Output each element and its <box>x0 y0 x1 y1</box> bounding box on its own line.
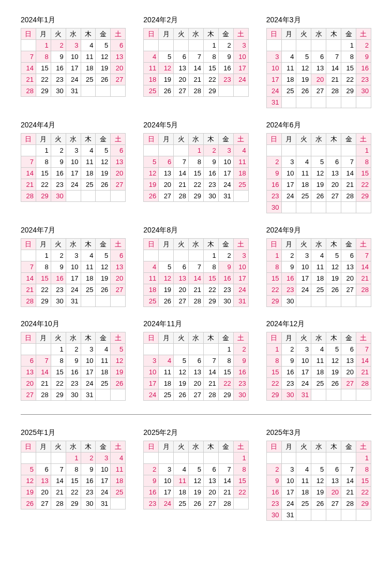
day-cell: 9 <box>356 51 371 63</box>
day-cell: 10 <box>81 355 96 367</box>
day-cell: 19 <box>326 367 341 378</box>
day-cell: 19 <box>144 179 159 191</box>
day-cell: 9 <box>51 261 66 273</box>
month-title: 2024年1月 <box>21 16 126 25</box>
day-cell: 11 <box>81 261 96 273</box>
day-cell: 24 <box>233 284 248 296</box>
day-cell: 5 <box>311 464 326 475</box>
day-cell: 20 <box>21 378 36 389</box>
day-cell <box>341 453 356 464</box>
day-cell: 5 <box>144 156 159 168</box>
dow-header: 木 <box>81 28 96 40</box>
dow-header: 水 <box>66 239 81 250</box>
day-cell <box>266 453 281 464</box>
day-cell <box>281 40 296 51</box>
dow-header: 水 <box>189 28 204 40</box>
day-cell <box>81 191 96 202</box>
day-cell: 19 <box>111 367 126 378</box>
day-cell: 23 <box>266 498 281 509</box>
dow-header: 土 <box>356 134 371 145</box>
day-cell: 8 <box>36 156 51 168</box>
day-cell: 17 <box>233 273 248 284</box>
day-cell <box>21 250 36 261</box>
day-cell: 7 <box>189 261 204 273</box>
day-cell: 17 <box>296 367 311 378</box>
day-cell: 28 <box>189 296 204 307</box>
day-cell: 22 <box>66 487 81 498</box>
day-cell: 4 <box>296 156 311 168</box>
day-cell: 19 <box>96 168 111 179</box>
day-cell: 9 <box>266 475 281 487</box>
day-cell: 4 <box>281 51 296 63</box>
day-cell: 12 <box>159 273 174 284</box>
day-cell <box>311 40 326 51</box>
dow-header: 土 <box>111 134 126 145</box>
day-cell: 30 <box>51 191 66 202</box>
month-title: 2024年8月 <box>143 226 248 235</box>
day-cell: 1 <box>36 250 51 261</box>
day-cell: 18 <box>81 63 96 74</box>
dow-header: 木 <box>203 28 218 40</box>
day-cell: 4 <box>111 453 126 464</box>
day-cell: 1 <box>356 453 371 464</box>
dow-header: 月 <box>281 28 296 40</box>
day-cell <box>36 453 51 464</box>
day-cell: 12 <box>96 51 111 63</box>
day-cell: 20 <box>326 487 341 498</box>
day-cell: 25 <box>311 284 326 296</box>
month-block: 2024年11月日月火水木金土1234567891011121314151617… <box>143 319 248 401</box>
day-cell: 7 <box>21 261 36 273</box>
dow-header: 土 <box>233 239 248 250</box>
day-cell: 15 <box>218 367 233 378</box>
dow-header: 木 <box>203 332 218 344</box>
day-cell <box>189 344 204 355</box>
day-cell: 8 <box>203 261 218 273</box>
month-block: 2024年10月日月火水木金土1234567891011121314151617… <box>21 319 126 401</box>
day-cell <box>174 250 189 261</box>
day-cell: 12 <box>144 168 159 179</box>
day-cell: 14 <box>21 63 36 74</box>
day-cell: 11 <box>111 464 126 475</box>
day-cell: 10 <box>159 475 174 487</box>
month-table: 日月火水木金土123456789101112131415161718192021… <box>266 28 371 108</box>
day-cell <box>356 97 371 108</box>
day-cell: 20 <box>36 487 51 498</box>
day-cell: 3 <box>281 156 296 168</box>
day-cell: 27 <box>341 378 356 389</box>
day-cell <box>66 191 81 202</box>
day-cell: 3 <box>233 40 248 51</box>
day-cell: 8 <box>66 464 81 475</box>
day-cell <box>174 40 189 51</box>
day-cell: 29 <box>51 389 66 401</box>
day-cell: 16 <box>356 63 371 74</box>
day-cell: 30 <box>281 296 296 307</box>
day-cell: 24 <box>281 191 296 202</box>
day-cell: 20 <box>203 487 218 498</box>
day-cell: 11 <box>81 156 96 168</box>
day-cell: 8 <box>189 156 204 168</box>
day-cell: 6 <box>174 51 189 63</box>
dow-header: 金 <box>341 28 356 40</box>
day-cell: 1 <box>66 453 81 464</box>
day-cell: 22 <box>189 179 204 191</box>
day-cell: 18 <box>296 487 311 498</box>
day-cell: 18 <box>296 179 311 191</box>
dow-header: 日 <box>144 28 159 40</box>
day-cell: 9 <box>218 261 233 273</box>
dow-header: 月 <box>159 332 174 344</box>
month-block: 2025年3月日月火水木金土12345678910111213141516171… <box>266 428 371 521</box>
dow-header: 土 <box>233 134 248 145</box>
day-cell: 16 <box>51 273 66 284</box>
day-cell: 26 <box>311 191 326 202</box>
month-block: 2024年2月日月火水木金土12345678910111213141516171… <box>143 16 248 108</box>
day-cell: 27 <box>203 498 218 509</box>
day-cell: 5 <box>189 464 204 475</box>
day-cell: 14 <box>356 261 371 273</box>
day-cell <box>218 85 233 97</box>
dow-header: 月 <box>159 134 174 145</box>
day-cell <box>21 453 36 464</box>
day-cell: 23 <box>81 487 96 498</box>
day-cell: 29 <box>356 191 371 202</box>
month-block: 2024年8月日月火水木金土12345678910111213141516171… <box>143 226 248 307</box>
day-cell: 24 <box>96 487 111 498</box>
